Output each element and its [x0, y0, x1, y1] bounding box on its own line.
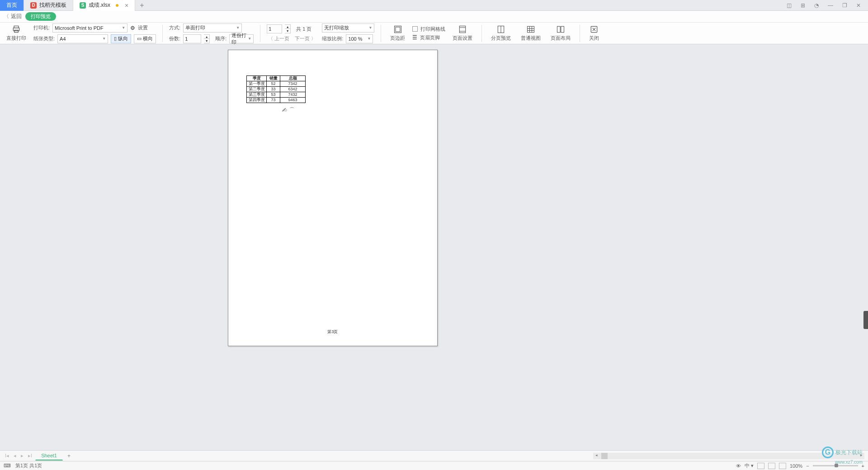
- scroll-right-icon[interactable]: ▸: [858, 453, 864, 459]
- page-break-icon: [496, 25, 505, 34]
- margins-label: 页边距: [390, 35, 405, 42]
- printer-select[interactable]: Microsoft Print to PDF ▼: [52, 24, 127, 33]
- landscape-button[interactable]: ▭ 横向: [134, 34, 156, 43]
- header-footer-vert-button[interactable]: 页面设置: [450, 25, 475, 42]
- header-footer-label: 页眉页脚: [420, 34, 440, 41]
- close-preview-button[interactable]: 关闭: [586, 25, 602, 42]
- scroll-thumb[interactable]: [601, 453, 608, 459]
- horizontal-scrollbar[interactable]: ◂ ▸: [593, 453, 864, 459]
- prev-page-button[interactable]: 〈 上一页: [267, 35, 291, 42]
- normal-view-icon: [526, 25, 535, 34]
- header-footer-vert-icon: [458, 25, 467, 34]
- grid-icon[interactable]: ⊞: [799, 2, 807, 9]
- page-spinner[interactable]: ▲▼: [285, 24, 291, 33]
- printer-icon: [12, 25, 21, 34]
- signature-graphic: ✍︎ ⌒: [282, 106, 294, 114]
- svg-rect-15: [557, 26, 561, 32]
- mode-label: 方式:: [169, 24, 180, 31]
- table-header-cell: 销量: [267, 76, 280, 81]
- direct-print-label: 直接打印: [6, 35, 26, 42]
- separator: [381, 25, 381, 42]
- direct-print-button[interactable]: 直接打印: [4, 25, 29, 42]
- side-panel-toggle[interactable]: [863, 311, 868, 329]
- unsaved-dot-icon: [116, 4, 118, 7]
- page-setup-label: 页面设置: [453, 35, 472, 42]
- svg-rect-4: [396, 27, 400, 32]
- paper-type-value: A4: [60, 36, 66, 42]
- order-value: 逐份打印: [231, 32, 246, 46]
- spreadsheet-icon: S: [80, 2, 86, 9]
- svg-rect-16: [561, 26, 564, 32]
- normal-view-label: 普通视图: [521, 35, 541, 42]
- tab-home[interactable]: 首页: [0, 0, 24, 11]
- gridlines-label: 打印网格线: [420, 26, 445, 33]
- mode-value: 单面打印: [185, 24, 205, 31]
- normal-view-button[interactable]: 普通视图: [518, 25, 543, 42]
- separator: [162, 25, 163, 42]
- sheet-nav-last[interactable]: ▸I: [27, 453, 33, 459]
- zoom-value-label: 100%: [790, 463, 802, 469]
- portrait-button[interactable]: ▯ 纵向: [111, 34, 131, 43]
- order-select[interactable]: 逐份打印 ▼: [229, 34, 254, 43]
- page-total-label: 共 1 页: [296, 26, 311, 33]
- tab-bar: 首页 D 找稻壳模板 S 成绩.xlsx × + ◫ ⊞ ◔ — ❐ ✕: [0, 0, 868, 11]
- zoom-thumb[interactable]: [835, 464, 838, 467]
- copies-input[interactable]: 1: [183, 34, 201, 43]
- docer-icon: D: [30, 2, 37, 9]
- sheet-nav-next[interactable]: ▸: [19, 453, 25, 459]
- separator: [580, 25, 580, 42]
- close-icon[interactable]: ✕: [854, 2, 863, 9]
- mode-select[interactable]: 单面打印 ▼: [183, 24, 242, 33]
- svg-rect-5: [460, 26, 466, 33]
- zoom-in-button[interactable]: +: [862, 463, 864, 469]
- status-right: 👁 中 ▾ 100% − +: [736, 462, 864, 469]
- minimize-icon[interactable]: —: [826, 2, 835, 9]
- table-row: 第一季度527342: [247, 81, 306, 87]
- zoom-slider[interactable]: [813, 465, 858, 466]
- sheet-nav-first[interactable]: I◂: [4, 453, 10, 459]
- next-page-button[interactable]: 下一页 〉: [293, 35, 317, 42]
- zoom-select[interactable]: 100 % ▼: [346, 34, 373, 43]
- sheet-tab-sheet1[interactable]: Sheet1: [35, 451, 63, 461]
- header-footer-icon: ☰: [412, 34, 417, 41]
- maximize-icon[interactable]: ❐: [840, 2, 849, 9]
- gridlines-checkbox[interactable]: 打印网格线: [412, 26, 445, 33]
- table-header-cell: 总额: [280, 76, 306, 81]
- tab-templates[interactable]: D 找稻壳模板: [24, 0, 73, 11]
- tab-close-icon[interactable]: ×: [125, 2, 128, 9]
- sheet-add-button[interactable]: +: [65, 453, 73, 459]
- table-row: 第三季度537432: [247, 92, 306, 98]
- zoom-value: 100 %: [348, 36, 362, 42]
- zoom-out-button[interactable]: −: [806, 463, 809, 469]
- chevron-down-icon: ▼: [102, 37, 106, 41]
- printer-label: 打印机:: [33, 24, 50, 31]
- layout-icon[interactable]: ◫: [785, 2, 793, 9]
- page-layout-icon: [556, 25, 565, 34]
- view-layout-icon[interactable]: [779, 463, 786, 469]
- paper-type-select[interactable]: A4 ▼: [57, 34, 108, 43]
- settings-button[interactable]: ⚙ 设置: [130, 24, 148, 31]
- tab-file[interactable]: S 成绩.xlsx ×: [73, 0, 135, 11]
- margins-button[interactable]: 页边距: [387, 25, 408, 42]
- page-layout-button[interactable]: 页面布局: [548, 25, 573, 42]
- eye-icon[interactable]: 👁: [736, 463, 741, 469]
- back-label: 返回: [11, 13, 22, 20]
- scale-select[interactable]: 无打印缩放 ▼: [322, 24, 374, 33]
- lang-button[interactable]: 中 ▾: [745, 462, 754, 469]
- header-footer-button[interactable]: ☰ 页眉页脚: [412, 34, 445, 41]
- chevron-down-icon: ▼: [248, 37, 251, 41]
- status-icon[interactable]: ⌨: [4, 463, 11, 469]
- back-button[interactable]: 〈 返回: [4, 13, 22, 20]
- scroll-left-icon[interactable]: ◂: [593, 453, 599, 459]
- page-break-label: 分页预览: [491, 35, 511, 42]
- copies-spinner[interactable]: ▲▼: [204, 34, 210, 43]
- view-pagebreak-icon[interactable]: [768, 463, 775, 469]
- page-input[interactable]: 1: [267, 24, 282, 33]
- printer-value: Microsoft Print to PDF: [55, 25, 104, 31]
- copies-label: 份数:: [169, 35, 180, 42]
- page-break-button[interactable]: 分页预览: [488, 25, 514, 42]
- view-normal-icon[interactable]: [757, 463, 764, 469]
- tab-add-button[interactable]: +: [135, 1, 148, 9]
- user-icon[interactable]: ◔: [812, 2, 821, 9]
- sheet-nav-prev[interactable]: ◂: [12, 453, 18, 459]
